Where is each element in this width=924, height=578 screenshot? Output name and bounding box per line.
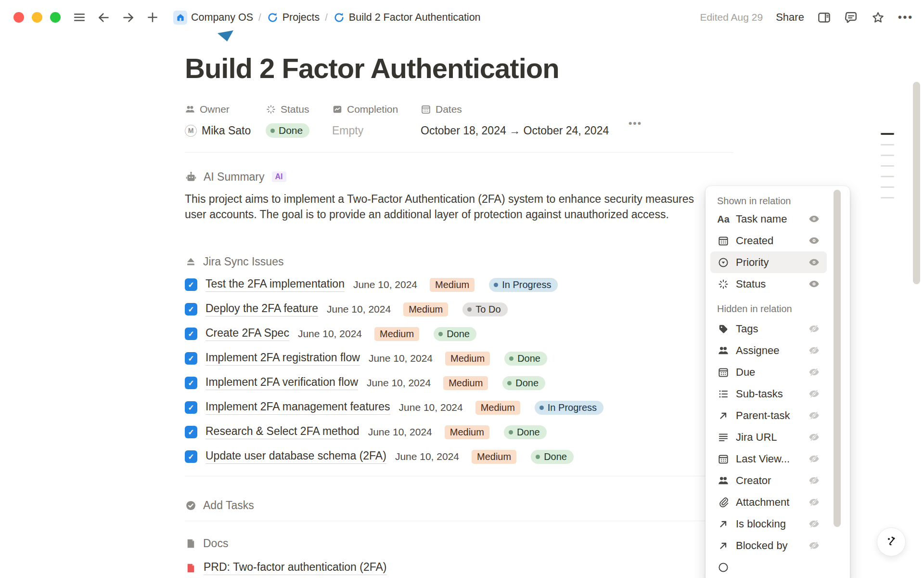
popup-item-creator[interactable]: Creator — [710, 470, 827, 491]
property-status-label[interactable]: Status — [266, 102, 332, 117]
task-title-link[interactable]: Implement 2FA verification flow — [205, 376, 358, 390]
side-panel-toggle-icon[interactable] — [817, 11, 831, 25]
table-of-contents-indicator[interactable] — [881, 133, 894, 208]
property-dates-value[interactable]: October 18, 2024 → October 24, 2024 — [421, 122, 733, 139]
ai-summary-heading[interactable]: AI Summary AI — [185, 170, 733, 184]
status-badge[interactable]: Done — [434, 327, 476, 341]
toc-line[interactable] — [881, 165, 894, 167]
status-badge[interactable]: Done — [504, 425, 547, 439]
jira-sync-heading[interactable]: Jira Sync Issues — [185, 255, 733, 268]
popup-item-jira-url[interactable]: Jira URL — [710, 426, 827, 448]
checkbox-checked[interactable]: ✓ — [185, 303, 197, 315]
property-owner-label[interactable]: Owner — [185, 102, 266, 117]
eye-slash-icon[interactable] — [808, 366, 820, 378]
eye-slash-icon[interactable] — [808, 323, 820, 335]
toc-line[interactable] — [881, 186, 894, 188]
eye-slash-icon[interactable] — [808, 388, 820, 400]
eye-slash-icon[interactable] — [808, 474, 820, 486]
checkbox-checked[interactable]: ✓ — [185, 426, 197, 438]
priority-badge[interactable]: Medium — [443, 376, 488, 390]
popup-item-partial[interactable] — [710, 556, 827, 578]
zoom-button[interactable] — [50, 12, 61, 23]
popup-item-attachment[interactable]: Attachment — [710, 491, 827, 513]
add-tasks-heading[interactable]: Add Tasks — [185, 499, 733, 512]
task-title-link[interactable]: Update user database schema (2FA) — [205, 449, 386, 464]
status-badge[interactable]: To Do — [462, 302, 507, 316]
eye-icon[interactable] — [808, 235, 820, 247]
checkbox-checked[interactable]: ✓ — [185, 328, 197, 340]
property-completion-value[interactable]: Empty — [332, 122, 421, 139]
sidebar-menu-icon[interactable] — [73, 11, 86, 24]
status-badge[interactable]: In Progress — [535, 401, 603, 415]
task-title-link[interactable]: Implement 2FA registration flow — [205, 351, 360, 366]
eye-slash-icon[interactable] — [808, 344, 820, 356]
popup-item-assignee[interactable]: Assignee — [710, 340, 827, 361]
close-button[interactable] — [13, 12, 24, 23]
property-dates-label[interactable]: Dates — [421, 102, 733, 117]
checkbox-checked[interactable]: ✓ — [185, 278, 197, 291]
popup-item-created[interactable]: Created — [710, 230, 827, 251]
minimize-button[interactable] — [32, 12, 42, 23]
priority-badge[interactable]: Medium — [445, 352, 490, 366]
eye-slash-icon[interactable] — [808, 453, 820, 465]
more-options-icon[interactable]: ••• — [898, 11, 913, 24]
eye-icon[interactable] — [808, 278, 820, 290]
status-badge[interactable]: Done — [504, 352, 547, 366]
task-title-link[interactable]: Create 2FA Spec — [205, 327, 289, 341]
popup-item-blocked-by[interactable]: Blocked by — [710, 535, 827, 556]
checkbox-checked[interactable]: ✓ — [185, 401, 197, 414]
popup-item-status[interactable]: Status — [710, 273, 827, 295]
eye-slash-icon[interactable] — [808, 539, 820, 552]
popup-item-is-blocking[interactable]: Is blocking — [710, 513, 827, 535]
doc-title-link[interactable]: PRD: Two-factor authentication (2FA) — [204, 561, 387, 575]
property-completion-label[interactable]: Completion — [332, 102, 421, 117]
toc-line[interactable] — [881, 176, 894, 177]
property-more-icon[interactable]: ••• — [629, 118, 642, 129]
eye-icon[interactable] — [808, 256, 820, 268]
popup-item-last-viewed[interactable]: Last View... — [710, 448, 827, 470]
favorite-star-icon[interactable] — [871, 11, 885, 25]
forward-icon[interactable] — [122, 11, 135, 24]
status-badge[interactable]: Done — [531, 450, 574, 464]
status-badge[interactable]: Done — [502, 376, 545, 390]
eye-icon[interactable] — [808, 213, 820, 225]
checkbox-checked[interactable]: ✓ — [185, 450, 197, 463]
property-status-value[interactable]: Done — [266, 122, 332, 139]
status-badge[interactable]: Done — [266, 123, 309, 138]
notion-ai-button[interactable] — [877, 527, 906, 556]
popup-item-task-name[interactable]: Aa Task name — [710, 208, 827, 230]
eye-slash-icon[interactable] — [808, 409, 820, 421]
page-title[interactable]: Build 2 Factor Authentication — [185, 49, 733, 88]
popup-item-sub-tasks[interactable]: Sub-tasks — [710, 383, 827, 405]
priority-badge[interactable]: Medium — [475, 401, 520, 415]
eye-slash-icon[interactable] — [808, 518, 820, 530]
checkbox-checked[interactable]: ✓ — [185, 352, 197, 365]
task-title-link[interactable]: Research & Select 2FA method — [205, 425, 359, 439]
page-scrollbar-thumb[interactable] — [913, 82, 920, 284]
property-owner-value[interactable]: M Mika Sato — [185, 122, 266, 139]
priority-badge[interactable]: Medium — [445, 425, 489, 439]
popup-item-parent-task[interactable]: Parent-task — [710, 405, 827, 426]
priority-badge[interactable]: Medium — [472, 450, 516, 464]
task-title-link[interactable]: Test the 2FA implementation — [205, 277, 345, 292]
toc-line[interactable] — [881, 155, 894, 156]
back-icon[interactable] — [97, 11, 110, 24]
toc-line-current[interactable] — [881, 133, 894, 135]
share-button[interactable]: Share — [776, 11, 804, 24]
priority-badge[interactable]: Medium — [403, 302, 448, 316]
popup-scrollbar-thumb[interactable] — [834, 190, 841, 527]
task-title-link[interactable]: Deploy the 2FA feature — [205, 302, 318, 316]
comments-icon[interactable] — [844, 11, 858, 25]
status-badge[interactable]: In Progress — [489, 278, 558, 292]
priority-badge[interactable]: Medium — [374, 327, 419, 341]
priority-badge[interactable]: Medium — [430, 278, 475, 292]
checkbox-checked[interactable]: ✓ — [185, 377, 197, 389]
eye-slash-icon[interactable] — [808, 431, 820, 443]
docs-heading[interactable]: Docs — [185, 537, 733, 550]
toc-line[interactable] — [881, 144, 894, 145]
popup-item-due[interactable]: Due — [710, 361, 827, 383]
popup-item-priority[interactable]: Priority — [710, 251, 827, 273]
new-tab-icon[interactable] — [146, 11, 159, 24]
task-title-link[interactable]: Implement 2FA management features — [205, 400, 390, 415]
toc-line[interactable] — [881, 197, 894, 198]
